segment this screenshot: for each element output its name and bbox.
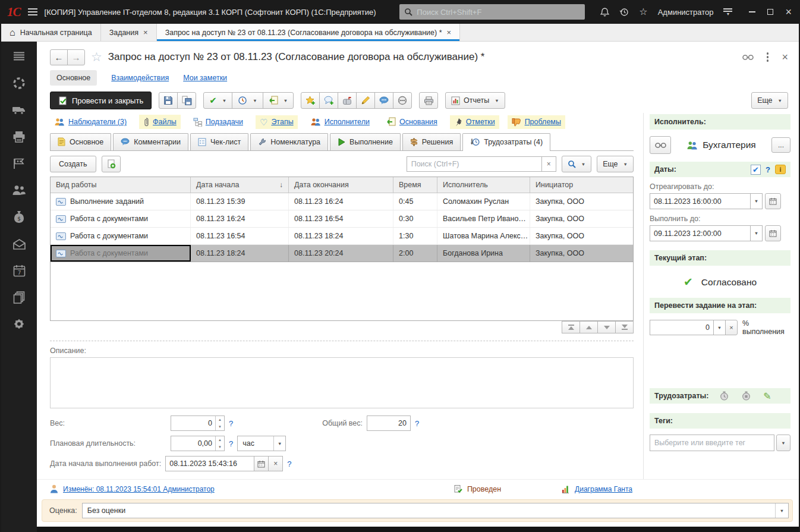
- sidebar-printer-icon[interactable]: [12, 130, 26, 144]
- clear-percent-icon[interactable]: ×: [725, 320, 738, 335]
- col-executor[interactable]: Исполнитель: [437, 177, 530, 193]
- global-search[interactable]: [399, 4, 585, 20]
- step-down-icon[interactable]: ▼: [216, 443, 224, 451]
- clear-date-icon[interactable]: ×: [268, 456, 283, 471]
- service-menu-icon[interactable]: ▼: [723, 8, 732, 15]
- search-options-button[interactable]: ▼: [562, 156, 591, 172]
- chevron-down-icon[interactable]: ▼: [750, 225, 763, 241]
- close-form-icon[interactable]: ×: [782, 52, 788, 62]
- description-textarea[interactable]: [50, 357, 634, 408]
- tab-comments[interactable]: Комментарии: [113, 133, 188, 150]
- sidebar-employees-icon[interactable]: [12, 183, 26, 197]
- sidebar-support-icon[interactable]: [12, 76, 26, 90]
- clear-search-icon[interactable]: ×: [541, 156, 556, 172]
- go-first-row-icon[interactable]: [562, 321, 580, 333]
- create-new-record-icon-button[interactable]: [102, 156, 121, 172]
- global-search-input[interactable]: [417, 8, 580, 17]
- link-files[interactable]: Файлы: [139, 115, 181, 129]
- weight-input[interactable]: [171, 416, 215, 430]
- info-icon[interactable]: i: [775, 165, 786, 174]
- marker-pen-button[interactable]: [356, 92, 375, 109]
- col-initiator[interactable]: Инициатор: [530, 177, 633, 193]
- navtab-my-notes[interactable]: Мои заметки: [183, 74, 227, 82]
- step-up-icon[interactable]: ▲: [216, 436, 224, 443]
- print-button[interactable]: [419, 92, 438, 109]
- modified-link[interactable]: Изменён: 08.11.2023 15:54:01 Администрат…: [63, 485, 215, 493]
- table-row[interactable]: Работа с документами 08.11.23 16:54 08.1…: [51, 228, 633, 245]
- return-doc-dropdown[interactable]: ▼: [263, 92, 294, 109]
- link-marks[interactable]: Отметки: [450, 115, 499, 129]
- nav-forward-icon[interactable]: →: [67, 49, 85, 65]
- gantt-link[interactable]: Диаграмма Ганта: [575, 485, 632, 493]
- tab-main[interactable]: Основное: [50, 133, 111, 150]
- executor-link-icon-button[interactable]: [650, 136, 671, 154]
- duration-unit-select[interactable]: час ▼: [237, 436, 286, 451]
- choose-executor-button[interactable]: ...: [771, 137, 790, 153]
- calendar-icon[interactable]: [765, 225, 781, 241]
- sidebar-calendar-icon[interactable]: 7: [12, 263, 26, 278]
- chevron-down-icon[interactable]: ▼: [776, 435, 790, 451]
- table-row-selected[interactable]: Работа с документами 08.11.23 18:24 08.1…: [51, 245, 633, 262]
- approve-check-dropdown[interactable]: ✔▼: [203, 92, 232, 109]
- tab-close-icon[interactable]: ×: [143, 28, 148, 37]
- col-start-date[interactable]: Дата начала↓: [191, 177, 289, 193]
- executor-value[interactable]: Бухгалтерия: [703, 140, 756, 150]
- save-button[interactable]: [159, 92, 178, 109]
- link-watchers[interactable]: Наблюдатели (3): [50, 115, 131, 128]
- nav-back-icon[interactable]: ←: [50, 49, 68, 65]
- stopwatch-stop-icon[interactable]: [741, 391, 751, 401]
- duration-input[interactable]: [171, 436, 215, 451]
- sidebar-settings-gear-icon[interactable]: [12, 317, 26, 331]
- notifications-bell-icon[interactable]: [600, 7, 609, 17]
- reports-dropdown-button[interactable]: Отчеты▼: [445, 92, 505, 109]
- calendar-icon[interactable]: [254, 456, 269, 471]
- save-copy-button[interactable]: [177, 92, 196, 109]
- related-tasks-button[interactable]: [393, 92, 412, 109]
- col-time[interactable]: Время: [393, 177, 437, 193]
- tab-access-request[interactable]: Запрос на доступ № 23 от 08.11.23 (Согла…: [157, 24, 460, 41]
- add-comment-button[interactable]: [319, 92, 338, 109]
- mailbox-button[interactable]: [338, 92, 357, 109]
- tab-decisions[interactable]: Решения: [402, 133, 461, 150]
- tab-close-icon[interactable]: ×: [447, 28, 452, 37]
- stopwatch-start-icon[interactable]: [719, 391, 729, 401]
- tab-labor-costs[interactable]: Трудозатраты (4): [462, 133, 550, 150]
- sidebar-mail-icon[interactable]: [12, 237, 26, 251]
- work-start-help[interactable]: ?: [287, 459, 291, 468]
- minimize-icon[interactable]: [749, 11, 755, 12]
- sidebar-delivery-icon[interactable]: [12, 103, 26, 117]
- table-row[interactable]: Работа с документами 08.11.23 16:24 08.1…: [51, 210, 633, 228]
- tab-home[interactable]: ⌂ Начальная страница: [1, 24, 101, 41]
- dates-help[interactable]: ?: [766, 165, 770, 174]
- tab-tasks[interactable]: Задания ×: [101, 24, 157, 41]
- sidebar-documents-icon[interactable]: [12, 290, 26, 304]
- maximize-icon[interactable]: [767, 9, 773, 15]
- react-until-input[interactable]: [650, 193, 751, 209]
- sidebar-map-flag-icon[interactable]: [12, 156, 26, 171]
- sidebar-menu-icon[interactable]: [12, 49, 26, 64]
- post-and-close-button[interactable]: Провести и закрыть: [50, 92, 152, 109]
- create-button[interactable]: Создать: [50, 156, 96, 172]
- chevron-down-icon[interactable]: ▼: [750, 193, 763, 209]
- tags-input[interactable]: [650, 435, 774, 451]
- link-executors[interactable]: Исполнители: [306, 115, 374, 128]
- table-row[interactable]: Выполнение заданий 08.11.23 15:39 08.11.…: [51, 193, 633, 210]
- form-more-button[interactable]: Еще▼: [751, 92, 788, 109]
- go-next-row-icon[interactable]: [597, 321, 616, 333]
- favorite-star-icon[interactable]: ☆: [91, 50, 102, 64]
- table-more-button[interactable]: Еще▼: [597, 156, 634, 172]
- table-search-input[interactable]: [407, 156, 542, 172]
- tab-nomenclature[interactable]: Номенклатура: [250, 133, 328, 150]
- link-stages[interactable]: ♡ Этапы: [256, 115, 298, 129]
- favorites-star-icon[interactable]: ☆: [639, 7, 647, 17]
- total-weight-help[interactable]: ?: [415, 419, 419, 428]
- col-end-date[interactable]: Дата окончания: [289, 177, 393, 193]
- defer-clock-dropdown[interactable]: ▼: [232, 92, 263, 109]
- add-favorite-star-button[interactable]: [301, 92, 320, 109]
- link-bases[interactable]: Основания: [382, 115, 442, 129]
- col-work-type[interactable]: Вид работы: [51, 177, 191, 193]
- rating-select[interactable]: Без оценки ▼: [82, 503, 789, 518]
- link-problems[interactable]: Проблемы: [508, 115, 565, 129]
- edit-labor-pencil-icon[interactable]: ✎: [763, 391, 771, 402]
- step-up-icon[interactable]: ▲: [216, 416, 224, 423]
